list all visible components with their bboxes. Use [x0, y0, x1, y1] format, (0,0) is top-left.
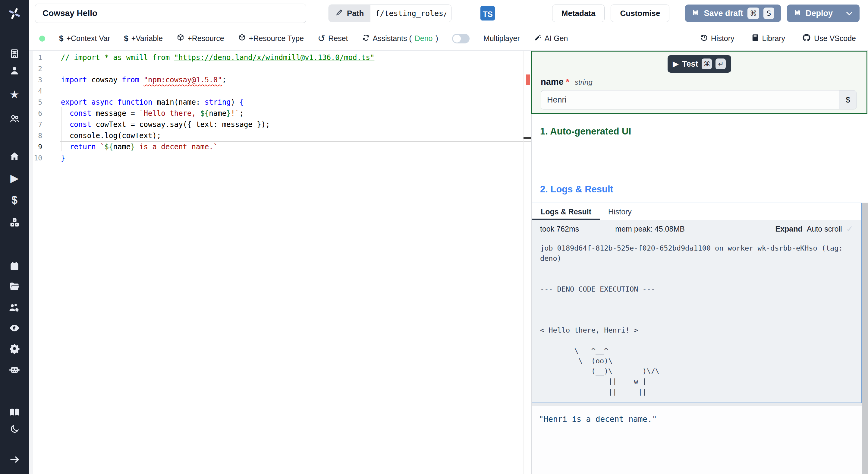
enter-key-badge: ↵ [715, 59, 726, 69]
tab-history[interactable]: History [600, 203, 640, 220]
folder-icon[interactable] [0, 278, 29, 295]
building-icon[interactable] [0, 45, 29, 62]
top-actions: Metadata Customise Save draft ⌘ S Deploy [552, 4, 860, 22]
code-line[interactable]: 5export async function main(name: string… [29, 96, 531, 108]
moon-icon[interactable] [0, 421, 29, 438]
windmill-app: ★ ▶ $ [0, 0, 868, 474]
metadata-button[interactable]: Metadata [552, 4, 605, 22]
code-line[interactable]: 4 [29, 85, 531, 96]
robot-icon[interactable] [0, 361, 29, 378]
code-line[interactable]: 8 console.log(cowText); [29, 130, 531, 141]
chevron-down-icon[interactable] [846, 9, 853, 18]
users-icon[interactable] [0, 110, 29, 127]
wand-icon [534, 34, 541, 43]
code-line[interactable]: 7 const cowText = cowsay.say({ text: mes… [29, 119, 531, 130]
insert-var-button[interactable]: $ [839, 90, 857, 109]
path-input[interactable] [370, 5, 451, 22]
code-line[interactable]: 6 const message = `Hello there, ${name}!… [29, 108, 531, 119]
add-resource-button[interactable]: +Resource [177, 34, 224, 43]
star-icon[interactable]: ★ [0, 86, 29, 103]
sidebar: ★ ▶ $ [0, 0, 29, 474]
assistants-button[interactable]: Assistants (Deno) [362, 34, 438, 43]
github-icon [802, 33, 811, 44]
arrow-right-icon[interactable] [0, 451, 29, 468]
play-icon: ▶ [673, 60, 678, 68]
save-icon [692, 8, 700, 19]
book-icon [751, 34, 759, 43]
logs-panel: Logs & Result History took 762ms mem pea… [532, 203, 862, 403]
test-button[interactable]: ▶ Test ⌘ ↵ [668, 55, 732, 73]
pencil-icon [336, 8, 343, 19]
log-output: job 0189d64f-812b-525e-f020-652bd9da1100… [532, 238, 861, 403]
windmill-logo[interactable] [0, 0, 29, 27]
vscode-button[interactable]: Use VScode [802, 33, 856, 44]
code-line[interactable]: 2 [29, 63, 531, 74]
cube-icon [238, 34, 246, 43]
save-draft-label: Save draft [704, 9, 743, 18]
check-icon: ✓ [846, 224, 853, 234]
name-field-wrap: $ [541, 90, 857, 110]
cmd-key-badge: ⌘ [747, 7, 759, 19]
path-label: Path [347, 9, 364, 18]
deploy-button[interactable]: Deploy [787, 4, 860, 22]
editor-toolbar: $+Context Var $+Variable +Resource +Reso… [29, 27, 868, 51]
reset-button[interactable]: ↺Reset [318, 34, 348, 43]
person-icon[interactable] [0, 62, 29, 79]
save-icon [794, 8, 801, 19]
customise-button[interactable]: Customise [611, 4, 670, 22]
test-label: Test [682, 59, 698, 69]
name-field-input[interactable] [541, 90, 839, 109]
user-settings-icon[interactable] [0, 299, 29, 316]
field-type: string [575, 78, 592, 87]
dollar-icon: $ [124, 34, 128, 43]
cubes-icon[interactable] [0, 214, 29, 231]
tab-logs-result[interactable]: Logs & Result [532, 203, 600, 220]
history-button[interactable]: History [700, 33, 735, 43]
current-line-marker [524, 137, 531, 139]
editor-divider [523, 51, 524, 474]
code-line[interactable]: 1// import * as wmill from "https://deno… [29, 52, 531, 63]
home-icon[interactable] [0, 148, 29, 165]
library-button[interactable]: Library [751, 34, 785, 43]
script-title-input[interactable] [35, 4, 306, 23]
refresh-icon [362, 34, 370, 43]
topbar: Path TS Metadata Customise Save draft ⌘ … [29, 0, 868, 27]
add-variable-button[interactable]: $+Variable [124, 34, 163, 43]
right-panel: ▶ Test ⌘ ↵ name* string $ 1. Auto-genera… [531, 51, 868, 474]
status-dot-icon [39, 36, 45, 41]
undo-icon: ↺ [318, 34, 325, 43]
code-editor[interactable]: 1// import * as wmill from "https://deno… [29, 51, 531, 474]
cube-icon [177, 34, 184, 43]
code-line[interactable]: 9 return `${name} is a decent name.` [29, 141, 531, 152]
panel-resize-handle[interactable] [532, 403, 862, 406]
auto-scroll-label[interactable]: Auto scroll [807, 225, 842, 233]
calendar-icon[interactable] [0, 258, 29, 275]
multiplayer-toggle[interactable] [452, 34, 470, 43]
multiplayer-label: Multiplayer [484, 34, 520, 43]
required-asterisk: * [566, 77, 569, 87]
expand-button[interactable]: Expand [775, 225, 803, 233]
logs-tabs: Logs & Result History [532, 203, 861, 220]
ai-gen-button[interactable]: AI Gen [534, 34, 568, 43]
gear-icon[interactable] [0, 340, 29, 357]
dollar-icon[interactable]: $ [0, 192, 29, 209]
path-group: Path [329, 4, 452, 22]
save-draft-button[interactable]: Save draft ⌘ S [685, 4, 781, 22]
eye-icon[interactable] [0, 320, 29, 336]
book-icon[interactable] [0, 404, 29, 421]
section-auto-generated-ui: 1. Auto-generated UI [540, 126, 631, 137]
dollar-icon: $ [59, 34, 63, 43]
result-output: "Henri is a decent name." [532, 406, 862, 474]
typescript-badge: TS [480, 6, 495, 21]
cmd-key-badge: ⌘ [702, 59, 712, 69]
field-label: name* string [541, 77, 592, 87]
play-icon[interactable]: ▶ [0, 170, 29, 187]
code-line[interactable]: 10} [29, 152, 531, 164]
path-button[interactable]: Path [329, 5, 370, 22]
deploy-label: Deploy [806, 9, 833, 18]
field-name: name [541, 77, 564, 87]
add-context-var-button[interactable]: $+Context Var [59, 34, 110, 43]
scrollbar[interactable] [862, 203, 868, 474]
add-resource-type-button[interactable]: +Resource Type [238, 34, 304, 43]
code-line[interactable]: 3import cowsay from "npm:cowsay@1.5.0"; [29, 74, 531, 85]
